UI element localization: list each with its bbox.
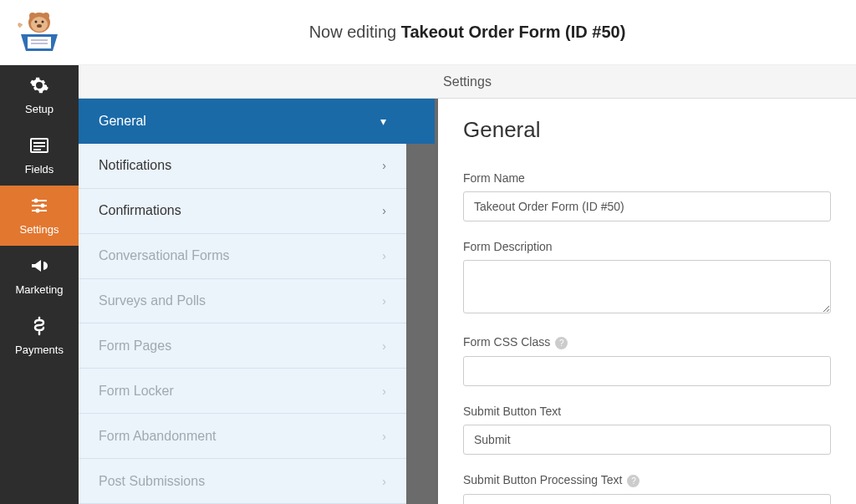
chevron-right-icon: › xyxy=(382,204,386,217)
input-submit-processing[interactable] xyxy=(463,494,831,504)
field-submit-text: Submit Button Text xyxy=(463,405,831,455)
sliders-icon xyxy=(29,196,49,218)
chevron-right-icon: › xyxy=(382,249,386,262)
chevron-right-icon: › xyxy=(382,294,386,308)
gear-icon xyxy=(29,75,49,98)
svg-point-17 xyxy=(41,204,45,208)
nav-item-notifications[interactable]: Notifications › xyxy=(79,144,406,189)
chevron-right-icon: › xyxy=(382,384,386,398)
svg-point-6 xyxy=(37,24,42,28)
topbar: Now editing Takeout Order Form (ID #50) xyxy=(79,0,856,65)
rail-item-setup[interactable]: Setup xyxy=(0,65,79,125)
rail-label: Fields xyxy=(25,163,54,176)
nav-item-form-abandonment[interactable]: Form Abandonment › xyxy=(79,414,406,459)
editing-prefix: Now editing xyxy=(309,23,397,42)
help-icon[interactable]: ? xyxy=(627,475,639,487)
main-area: Now editing Takeout Order Form (ID #50) … xyxy=(79,0,856,504)
nav-label: Form Locker xyxy=(99,384,174,399)
label-form-description: Form Description xyxy=(463,240,831,253)
bullhorn-icon xyxy=(29,256,49,278)
rail-item-payments[interactable]: Payments xyxy=(0,306,79,366)
nav-item-general[interactable]: General ▾ xyxy=(79,99,435,144)
nav-item-conversational-forms[interactable]: Conversational Forms › xyxy=(79,234,406,279)
form-panel: General Form Name Form Description Form … xyxy=(438,99,856,504)
label-form-name: Form Name xyxy=(463,171,831,185)
field-form-css: Form CSS Class? xyxy=(463,335,831,386)
nav-item-form-pages[interactable]: Form Pages › xyxy=(79,323,406,369)
label-form-css: Form CSS Class? xyxy=(463,335,831,349)
panel-heading: General xyxy=(463,117,831,143)
field-form-name: Form Name xyxy=(463,171,831,221)
chevron-right-icon: › xyxy=(382,159,386,172)
dollar-icon xyxy=(29,316,49,339)
nav-label: Post Submissions xyxy=(99,474,205,489)
chevron-right-icon: › xyxy=(382,339,386,353)
input-submit-text[interactable] xyxy=(463,425,831,455)
nav-label: Notifications xyxy=(99,158,171,173)
nav-item-surveys-polls[interactable]: Surveys and Polls › xyxy=(79,279,406,324)
tab-settings-label: Settings xyxy=(443,74,492,89)
field-form-description: Form Description xyxy=(463,240,831,317)
svg-point-15 xyxy=(34,199,38,203)
svg-point-4 xyxy=(35,20,38,23)
label-submit-text: Submit Button Text xyxy=(463,405,831,418)
chevron-down-icon: ▾ xyxy=(380,115,386,128)
rail-item-marketing[interactable]: Marketing xyxy=(0,246,79,306)
field-submit-processing: Submit Button Processing Text? xyxy=(463,473,831,504)
rail-label: Marketing xyxy=(15,283,63,296)
nav-item-confirmations[interactable]: Confirmations › xyxy=(79,189,406,234)
rail-items: Setup Fields Settings Marketing Payments xyxy=(0,65,79,504)
rail-item-fields[interactable]: Fields xyxy=(0,125,79,186)
nav-item-post-submissions[interactable]: Post Submissions › xyxy=(79,459,406,504)
rail-label: Settings xyxy=(20,223,59,236)
left-rail: Setup Fields Settings Marketing Payments xyxy=(0,0,79,504)
wpforms-logo xyxy=(14,8,64,58)
nav-label: General xyxy=(99,114,146,129)
form-title: Takeout Order Form (ID #50) xyxy=(401,23,626,42)
nav-label: Conversational Forms xyxy=(99,248,230,263)
rail-label: Setup xyxy=(25,103,54,115)
nav-label: Surveys and Polls xyxy=(99,293,206,308)
textarea-form-description[interactable] xyxy=(463,260,831,313)
content: General ▾ Notifications › Confirmations … xyxy=(79,99,856,504)
help-icon[interactable]: ? xyxy=(555,337,568,349)
svg-point-19 xyxy=(36,209,40,213)
input-form-name[interactable] xyxy=(463,191,831,221)
input-form-css[interactable] xyxy=(463,356,831,386)
rail-item-settings[interactable]: Settings xyxy=(0,186,79,246)
nav-label: Confirmations xyxy=(99,203,181,218)
chevron-right-icon: › xyxy=(382,430,386,443)
nav-label: Form Pages xyxy=(99,339,171,354)
chevron-right-icon: › xyxy=(382,475,386,488)
tabbar: Settings xyxy=(79,65,856,99)
svg-rect-7 xyxy=(28,37,51,48)
logo-area xyxy=(0,0,79,65)
svg-point-5 xyxy=(42,20,44,23)
nav-item-form-locker[interactable]: Form Locker › xyxy=(79,369,406,414)
label-submit-processing: Submit Button Processing Text? xyxy=(463,473,831,487)
nav-label: Form Abandonment xyxy=(99,429,217,444)
settings-nav: General ▾ Notifications › Confirmations … xyxy=(79,99,438,504)
list-icon xyxy=(29,135,49,158)
rail-label: Payments xyxy=(15,344,64,356)
